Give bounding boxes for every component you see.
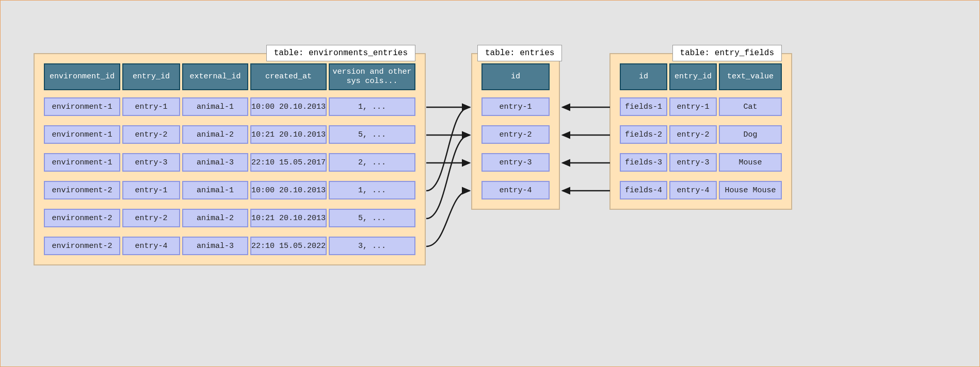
cell: entry-2: [122, 125, 180, 144]
cell: Cat: [719, 97, 782, 116]
cell: entry-4: [669, 181, 717, 199]
diagram-canvas: table: environments_entries environment_…: [1, 1, 979, 366]
column-header: id: [620, 63, 667, 90]
cell: entry-1: [481, 97, 550, 116]
column-header: created_at: [250, 63, 327, 90]
cell: environment-2: [44, 209, 120, 227]
cell: Mouse: [719, 153, 782, 172]
cell: 10:21 20.10.2013: [250, 209, 327, 227]
cell: 10:00 20.10.2013: [250, 181, 327, 199]
table-header-row: environment_id entry_id external_id crea…: [44, 63, 415, 90]
relationship-arrow: [426, 135, 470, 219]
cell: House Mouse: [719, 181, 782, 199]
cell: animal-2: [182, 209, 248, 227]
cell: 10:21 20.10.2013: [250, 125, 327, 144]
cell: entry-2: [669, 125, 717, 144]
cell: entry-2: [481, 125, 550, 144]
cell: 5, ...: [329, 209, 415, 227]
table-row: environment-1 entry-2 animal-2 10:21 20.…: [44, 125, 415, 144]
table-row: fields-3 entry-3 Mouse: [620, 153, 782, 172]
cell: 22:10 15.05.2022: [250, 237, 327, 255]
column-header: id: [481, 63, 550, 90]
table-row: environment-1 entry-1 animal-1 10:00 20.…: [44, 97, 415, 116]
cell: entry-1: [122, 181, 180, 199]
cell: entry-1: [122, 97, 180, 116]
cell: entry-2: [122, 209, 180, 227]
cell: environment-2: [44, 181, 120, 199]
cell: environment-1: [44, 97, 120, 116]
cell: entry-4: [122, 237, 180, 255]
cell: entry-1: [669, 97, 717, 116]
column-header: version and other sys cols...: [329, 63, 415, 90]
cell: animal-1: [182, 97, 248, 116]
table-row: fields-2 entry-2 Dog: [620, 125, 782, 144]
cell: 5, ...: [329, 125, 415, 144]
cell: Dog: [719, 125, 782, 144]
cell: fields-4: [620, 181, 667, 199]
table-row: environment-2 entry-4 animal-3 22:10 15.…: [44, 237, 415, 255]
table-row: fields-4 entry-4 House Mouse: [620, 181, 782, 199]
cell: 10:00 20.10.2013: [250, 97, 327, 116]
table-row: environment-1 entry-3 animal-3 22:10 15.…: [44, 153, 415, 172]
table-label: table: entry_fields: [672, 45, 782, 61]
table-row: environment-2 entry-1 animal-1 10:00 20.…: [44, 181, 415, 199]
cell: environment-2: [44, 237, 120, 255]
table-label: table: entries: [477, 45, 562, 61]
table-entries: table: entries id entry-1 entry-2 entry-…: [471, 53, 560, 210]
cell: animal-3: [182, 153, 248, 172]
table-environments-entries: table: environments_entries environment_…: [34, 53, 426, 265]
cell: 1, ...: [329, 97, 415, 116]
table-entry-fields: table: entry_fields id entry_id text_val…: [609, 53, 792, 210]
column-header: entry_id: [122, 63, 180, 90]
table-label: table: environments_entries: [266, 45, 415, 61]
cell: entry-3: [122, 153, 180, 172]
cell: 3, ...: [329, 237, 415, 255]
table-row: entry-2: [481, 125, 550, 144]
table-header-row: id entry_id text_value: [620, 63, 782, 90]
cell: entry-3: [669, 153, 717, 172]
cell: entry-3: [481, 153, 550, 172]
cell: animal-1: [182, 181, 248, 199]
cell: 22:10 15.05.2017: [250, 153, 327, 172]
column-header: environment_id: [44, 63, 120, 90]
relationship-arrow: [426, 107, 470, 191]
table-row: entry-1: [481, 97, 550, 116]
cell: fields-2: [620, 125, 667, 144]
cell: 1, ...: [329, 181, 415, 199]
column-header: text_value: [719, 63, 782, 90]
column-header: external_id: [182, 63, 248, 90]
cell: animal-3: [182, 237, 248, 255]
table-header-row: id: [481, 63, 550, 90]
column-header: entry_id: [669, 63, 717, 90]
cell: environment-1: [44, 153, 120, 172]
table-row: fields-1 entry-1 Cat: [620, 97, 782, 116]
cell: entry-4: [481, 181, 550, 199]
table-row: environment-2 entry-2 animal-2 10:21 20.…: [44, 209, 415, 227]
cell: animal-2: [182, 125, 248, 144]
relationship-arrow: [426, 191, 470, 246]
cell: fields-3: [620, 153, 667, 172]
table-row: entry-4: [481, 181, 550, 199]
cell: fields-1: [620, 97, 667, 116]
cell: environment-1: [44, 125, 120, 144]
cell: 2, ...: [329, 153, 415, 172]
table-row: entry-3: [481, 153, 550, 172]
